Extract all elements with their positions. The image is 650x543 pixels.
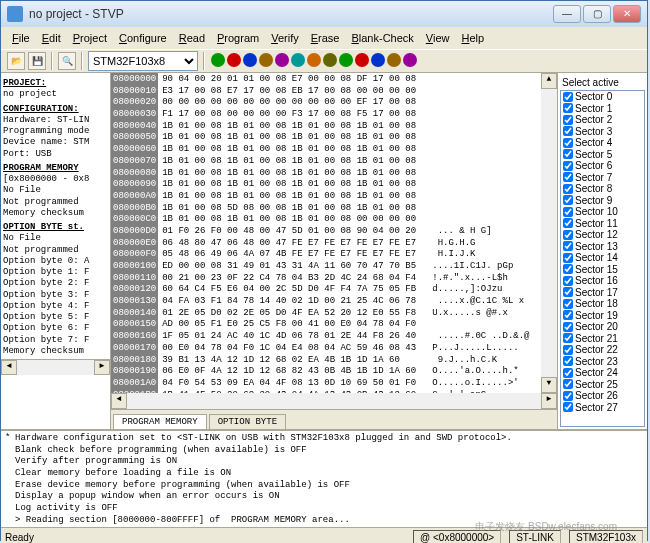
toolbar-open-icon[interactable]: 📂 xyxy=(7,52,25,70)
menu-blank-check[interactable]: Blank-Check xyxy=(346,30,418,46)
sector-item[interactable]: Sector 25 xyxy=(561,379,644,391)
sector-checkbox[interactable] xyxy=(563,276,573,286)
bug-icon-2[interactable] xyxy=(243,53,257,67)
sector-item[interactable]: Sector 1 xyxy=(561,103,644,115)
sector-checkbox[interactable] xyxy=(563,230,573,240)
sector-item[interactable]: Sector 26 xyxy=(561,390,644,402)
tab-option-byte[interactable]: OPTION BYTE xyxy=(209,414,286,429)
bug-icon-7[interactable] xyxy=(323,53,337,67)
sector-item[interactable]: Sector 4 xyxy=(561,137,644,149)
sector-checkbox[interactable] xyxy=(563,195,573,205)
close-button[interactable]: ✕ xyxy=(613,5,641,23)
sector-checkbox[interactable] xyxy=(563,310,573,320)
sector-item[interactable]: Sector 7 xyxy=(561,172,644,184)
sector-checkbox[interactable] xyxy=(563,402,573,412)
sector-list[interactable]: Sector 0Sector 1Sector 2Sector 3Sector 4… xyxy=(560,90,645,427)
sector-item[interactable]: Sector 11 xyxy=(561,218,644,230)
sector-checkbox[interactable] xyxy=(563,126,573,136)
sector-item[interactable]: Sector 13 xyxy=(561,241,644,253)
sector-item[interactable]: Sector 15 xyxy=(561,264,644,276)
menu-edit[interactable]: Edit xyxy=(37,30,66,46)
scroll-up-icon[interactable]: ▲ xyxy=(541,73,557,89)
bug-icon-0[interactable] xyxy=(211,53,225,67)
sector-checkbox[interactable] xyxy=(563,103,573,113)
bug-icon-12[interactable] xyxy=(403,53,417,67)
sector-item[interactable]: Sector 20 xyxy=(561,321,644,333)
bug-icon-3[interactable] xyxy=(259,53,273,67)
sector-checkbox[interactable] xyxy=(563,161,573,171)
hex-hscroll[interactable]: ◄ ► xyxy=(111,393,557,409)
sector-checkbox[interactable] xyxy=(563,207,573,217)
sector-item[interactable]: Sector 18 xyxy=(561,298,644,310)
sector-checkbox[interactable] xyxy=(563,92,573,102)
maximize-button[interactable]: ▢ xyxy=(583,5,611,23)
sector-checkbox[interactable] xyxy=(563,333,573,343)
minimize-button[interactable]: — xyxy=(553,5,581,23)
scroll-right-icon[interactable]: ► xyxy=(541,393,557,409)
sector-item[interactable]: Sector 21 xyxy=(561,333,644,345)
bug-icon-1[interactable] xyxy=(227,53,241,67)
sector-checkbox[interactable] xyxy=(563,253,573,263)
sector-checkbox[interactable] xyxy=(563,149,573,159)
menu-erase[interactable]: Erase xyxy=(306,30,345,46)
menu-view[interactable]: View xyxy=(421,30,455,46)
bug-icon-8[interactable] xyxy=(339,53,353,67)
sector-item[interactable]: Sector 8 xyxy=(561,183,644,195)
menu-verify[interactable]: Verify xyxy=(266,30,304,46)
sector-checkbox[interactable] xyxy=(563,379,573,389)
bug-icon-11[interactable] xyxy=(387,53,401,67)
sector-item[interactable]: Sector 9 xyxy=(561,195,644,207)
sector-item[interactable]: Sector 17 xyxy=(561,287,644,299)
sector-item[interactable]: Sector 2 xyxy=(561,114,644,126)
bug-icon-10[interactable] xyxy=(371,53,385,67)
sector-checkbox[interactable] xyxy=(563,356,573,366)
menu-project[interactable]: Project xyxy=(68,30,112,46)
bug-icon-5[interactable] xyxy=(291,53,305,67)
sector-item[interactable]: Sector 6 xyxy=(561,160,644,172)
bug-icon-4[interactable] xyxy=(275,53,289,67)
sector-item[interactable]: Sector 10 xyxy=(561,206,644,218)
sector-checkbox[interactable] xyxy=(563,345,573,355)
device-select[interactable]: STM32F103x8 xyxy=(88,51,198,71)
sector-item[interactable]: Sector 14 xyxy=(561,252,644,264)
sector-item[interactable]: Sector 19 xyxy=(561,310,644,322)
menu-help[interactable]: Help xyxy=(456,30,489,46)
sector-checkbox[interactable] xyxy=(563,115,573,125)
sector-checkbox[interactable] xyxy=(563,264,573,274)
hex-vscroll[interactable]: ▲ ▼ xyxy=(541,73,557,393)
sector-item[interactable]: Sector 27 xyxy=(561,402,644,414)
bug-icon-6[interactable] xyxy=(307,53,321,67)
scroll-left-icon[interactable]: ◄ xyxy=(1,360,17,375)
sector-checkbox[interactable] xyxy=(563,241,573,251)
sector-item[interactable]: Sector 3 xyxy=(561,126,644,138)
hex-data[interactable]: 90 04 00 20 01 01 00 08 E7 00 00 08 DF 1… xyxy=(158,73,541,393)
scroll-right-icon[interactable]: ► xyxy=(94,360,110,375)
sector-checkbox[interactable] xyxy=(563,322,573,332)
sector-item[interactable]: Sector 23 xyxy=(561,356,644,368)
sector-checkbox[interactable] xyxy=(563,184,573,194)
menu-file[interactable]: File xyxy=(7,30,35,46)
sector-checkbox[interactable] xyxy=(563,138,573,148)
bug-icon-9[interactable] xyxy=(355,53,369,67)
sector-item[interactable]: Sector 0 xyxy=(561,91,644,103)
sector-checkbox[interactable] xyxy=(563,368,573,378)
sector-item[interactable]: Sector 12 xyxy=(561,229,644,241)
sector-item[interactable]: Sector 16 xyxy=(561,275,644,287)
left-hscroll[interactable]: ◄ ► xyxy=(1,359,110,375)
menu-read[interactable]: Read xyxy=(174,30,210,46)
toolbar-find-icon[interactable]: 🔍 xyxy=(58,52,76,70)
menu-program[interactable]: Program xyxy=(212,30,264,46)
toolbar-save-icon[interactable]: 💾 xyxy=(28,52,46,70)
sector-checkbox[interactable] xyxy=(563,287,573,297)
sector-item[interactable]: Sector 22 xyxy=(561,344,644,356)
sector-checkbox[interactable] xyxy=(563,218,573,228)
tab-program-memory[interactable]: PROGRAM MEMORY xyxy=(113,414,207,429)
sector-item[interactable]: Sector 24 xyxy=(561,367,644,379)
sector-checkbox[interactable] xyxy=(563,299,573,309)
sector-item[interactable]: Sector 5 xyxy=(561,149,644,161)
sector-checkbox[interactable] xyxy=(563,172,573,182)
sector-checkbox[interactable] xyxy=(563,391,573,401)
scroll-left-icon[interactable]: ◄ xyxy=(111,393,127,409)
scroll-down-icon[interactable]: ▼ xyxy=(541,377,557,393)
menu-configure[interactable]: Configure xyxy=(114,30,172,46)
